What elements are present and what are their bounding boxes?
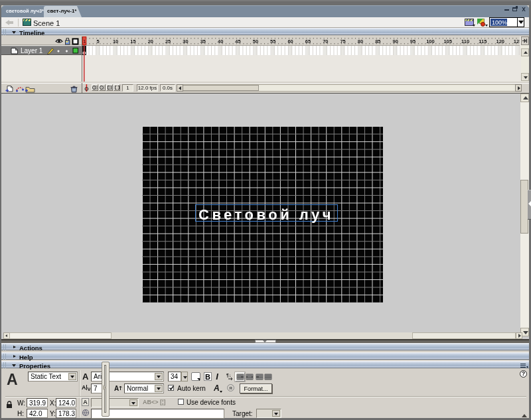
svg-text:70: 70 xyxy=(323,38,328,44)
svg-text:65: 65 xyxy=(305,38,311,44)
svg-text:85: 85 xyxy=(375,38,380,44)
svg-text:125: 125 xyxy=(514,38,520,44)
svg-text:V: V xyxy=(88,386,91,392)
svg-text:40: 40 xyxy=(218,38,223,44)
svg-text:90: 90 xyxy=(393,38,398,44)
svg-text:55: 55 xyxy=(270,38,275,44)
svg-text:10: 10 xyxy=(113,38,118,44)
svg-text:100: 100 xyxy=(426,38,435,44)
svg-text:5: 5 xyxy=(97,38,100,44)
svg-text:60: 60 xyxy=(287,38,293,44)
svg-text:75: 75 xyxy=(340,38,345,44)
svg-text:¶↓: ¶↓ xyxy=(226,373,231,378)
svg-text:105: 105 xyxy=(443,38,452,44)
svg-text:20: 20 xyxy=(148,38,153,44)
svg-text:45: 45 xyxy=(235,38,240,44)
svg-text:1: 1 xyxy=(83,38,86,44)
svg-text:110: 110 xyxy=(461,38,469,44)
svg-text:A: A xyxy=(82,384,86,391)
svg-text:120: 120 xyxy=(496,38,505,44)
svg-text:50: 50 xyxy=(253,38,258,44)
svg-text:A: A xyxy=(214,384,220,393)
svg-text:95: 95 xyxy=(410,38,416,44)
svg-text:30: 30 xyxy=(183,38,188,44)
svg-text:80: 80 xyxy=(358,38,363,44)
svg-text:A: A xyxy=(114,385,119,392)
svg-text:15: 15 xyxy=(130,38,135,44)
svg-text:25: 25 xyxy=(165,38,171,44)
svg-text:35: 35 xyxy=(200,38,206,44)
svg-text:115: 115 xyxy=(479,38,487,44)
